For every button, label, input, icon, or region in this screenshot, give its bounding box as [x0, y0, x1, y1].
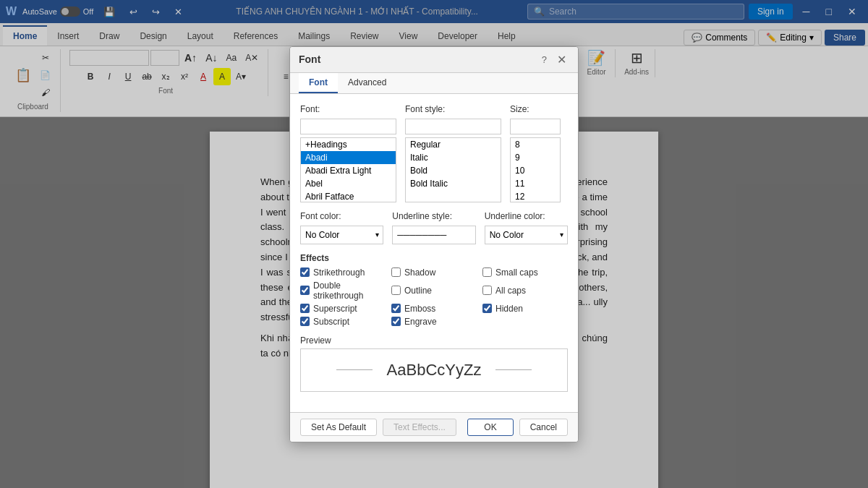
font-style-dialog-input[interactable] [405, 119, 501, 134]
font-color-select[interactable]: No Color [300, 226, 383, 244]
font-item-abril[interactable]: Abril Fatface [301, 190, 396, 202]
double-strikethrough-checkbox[interactable] [300, 286, 310, 295]
font-name-dialog-input[interactable] [300, 119, 396, 134]
modal-help-button[interactable]: ? [537, 54, 551, 65]
font-color-wrapper: No Color ▾ [300, 226, 383, 244]
preview-right-line [495, 369, 532, 370]
footer-right: OK Cancel [467, 419, 568, 436]
underline-color-select[interactable]: No Color [485, 226, 568, 244]
font-item-headings[interactable]: +Headings [301, 138, 396, 151]
style-regular[interactable]: Regular [406, 138, 501, 151]
underline-color-wrapper: No Color ▾ [485, 226, 568, 244]
preview-text: AaBbCcYyZz [387, 361, 482, 380]
shadow-checkbox[interactable] [391, 267, 401, 277]
style-bold[interactable]: Bold [406, 164, 501, 177]
size-9[interactable]: 9 [511, 151, 560, 164]
preview-left-line [336, 369, 373, 370]
footer-left: Set As Default Text Effects... [300, 419, 456, 436]
underline-style-select[interactable]: ──────── [392, 226, 475, 244]
font-item-abadi-extra[interactable]: Abadi Extra Light [301, 164, 396, 177]
underline-style-col: Underline style: ──────── [392, 211, 475, 244]
hidden-checkbox[interactable] [482, 304, 492, 313]
size-8[interactable]: 8 [511, 138, 560, 151]
cancel-button[interactable]: Cancel [519, 419, 568, 436]
modal-title: Font [299, 53, 320, 65]
modal-tabs: Font Advanced [290, 73, 578, 94]
font-col: Font: +Headings Abadi Abadi Extra Light … [300, 104, 396, 202]
effects-grid: Strikethrough Shadow Small caps Double s… [300, 267, 568, 327]
font-item-abadi[interactable]: Abadi [301, 151, 396, 164]
effect-superscript[interactable]: Superscript [300, 304, 386, 314]
font-list: +Headings Abadi Abadi Extra Light Abel A… [301, 138, 396, 202]
small-caps-checkbox[interactable] [482, 267, 492, 277]
underline-color-col: Underline color: No Color ▾ [485, 211, 568, 244]
modal-close-button[interactable]: ✕ [554, 53, 569, 67]
size-11[interactable]: 11 [511, 177, 560, 190]
style-list: Regular Italic Bold Bold Italic [406, 138, 501, 190]
modal-tab-font[interactable]: Font [299, 73, 338, 93]
effect-small-caps[interactable]: Small caps [482, 267, 568, 278]
color-row: Font color: No Color ▾ Underline style: … [300, 211, 568, 244]
set-as-default-button[interactable]: Set As Default [300, 419, 377, 436]
modal-footer: Set As Default Text Effects... OK Cancel [290, 412, 578, 442]
font-item-abel[interactable]: Abel [301, 177, 396, 190]
modal-body: Font: +Headings Abadi Abadi Extra Light … [290, 94, 578, 412]
underline-color-label: Underline color: [485, 211, 568, 221]
font-color-label: Font color: [300, 211, 383, 221]
all-caps-checkbox[interactable] [482, 286, 492, 295]
style-label: Font style: [405, 104, 501, 114]
font-size-dialog-input[interactable] [510, 119, 561, 134]
effect-engrave[interactable]: Engrave [391, 317, 477, 327]
font-dialog: Font ? ✕ Font Advanced Font: +Headings [289, 46, 579, 442]
modal-overlay: Font ? ✕ Font Advanced Font: +Headings [0, 0, 868, 488]
subscript-checkbox[interactable] [300, 317, 310, 326]
size-label: Size: [510, 104, 568, 114]
preview-section: Preview AaBbCcYyZz [300, 335, 568, 392]
strikethrough-checkbox[interactable] [300, 267, 310, 277]
underline-style-wrapper: ──────── [392, 226, 475, 244]
preview-box: AaBbCcYyZz [300, 348, 568, 392]
font-label: Font: [300, 104, 396, 114]
style-bold-italic[interactable]: Bold Italic [406, 177, 501, 190]
underline-style-label: Underline style: [392, 211, 475, 221]
effects-section: Effects Strikethrough Shadow Small caps [300, 253, 568, 327]
effect-all-caps[interactable]: All caps [482, 281, 568, 301]
engrave-checkbox[interactable] [391, 317, 401, 326]
font-style-size-row: Font: +Headings Abadi Abadi Extra Light … [300, 104, 568, 202]
text-effects-button: Text Effects... [383, 419, 456, 436]
effect-emboss[interactable]: Emboss [391, 304, 477, 314]
effect-strikethrough[interactable]: Strikethrough [300, 267, 386, 278]
size-col: Size: 8 9 10 11 12 [510, 104, 568, 202]
size-10[interactable]: 10 [511, 164, 560, 177]
effect-double-strikethrough[interactable]: Double strikethrough [300, 281, 386, 301]
style-list-container[interactable]: Regular Italic Bold Bold Italic [405, 137, 501, 202]
effect-shadow[interactable]: Shadow [391, 267, 477, 278]
modal-tab-advanced[interactable]: Advanced [338, 73, 396, 93]
style-italic[interactable]: Italic [406, 151, 501, 164]
superscript-checkbox[interactable] [300, 304, 310, 313]
font-list-container[interactable]: +Headings Abadi Abadi Extra Light Abel A… [300, 137, 396, 202]
effect-outline[interactable]: Outline [391, 281, 477, 301]
ok-button[interactable]: OK [467, 419, 513, 436]
size-list: 8 9 10 11 12 [511, 138, 560, 202]
effect-subscript[interactable]: Subscript [300, 317, 386, 327]
effect-hidden[interactable]: Hidden [482, 304, 568, 314]
font-color-col: Font color: No Color ▾ [300, 211, 383, 244]
size-12[interactable]: 12 [511, 190, 560, 202]
style-col: Font style: Regular Italic Bold Bold Ita… [405, 104, 501, 202]
outline-checkbox[interactable] [391, 286, 401, 295]
modal-titlebar: Font ? ✕ [290, 47, 578, 73]
emboss-checkbox[interactable] [391, 304, 401, 313]
preview-label: Preview [300, 335, 568, 346]
effects-label: Effects [300, 253, 568, 263]
size-list-container[interactable]: 8 9 10 11 12 [510, 137, 561, 202]
